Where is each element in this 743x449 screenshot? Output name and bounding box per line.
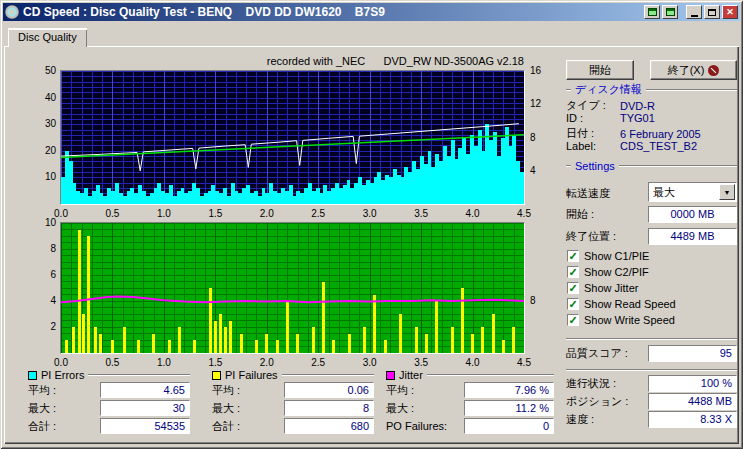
checkbox-show-c1-pie[interactable]: ✓ Show C1/PIE — [567, 250, 649, 262]
axis-tick-label: 8 — [530, 295, 536, 306]
close-icon: ✕ — [726, 8, 734, 17]
checkbox-label: Show Read Speed — [584, 298, 676, 310]
axis-tick-label: 30 — [45, 118, 56, 129]
progress-value: 100 % — [648, 375, 737, 392]
axis-tick-label: 20 — [45, 145, 56, 156]
checkbox-show-write-speed[interactable]: ✓ Show Write Speed — [567, 314, 675, 326]
axis-tick-label: 4.0 — [458, 208, 488, 219]
close-button[interactable]: ✕ — [722, 5, 738, 19]
axis-tick-label: 0.5 — [97, 357, 127, 368]
disc-type-row: タイプ : DVD-R — [566, 98, 737, 113]
maximize-icon — [708, 9, 716, 16]
disc-type-value: DVD-R — [620, 100, 655, 112]
pi-failures-max-value: 8 — [284, 400, 374, 416]
axis-tick-label: 3.5 — [406, 357, 436, 368]
checkbox-show-read-speed[interactable]: ✓ Show Read Speed — [567, 298, 676, 310]
stat-row: 合計 : 680 — [212, 417, 374, 435]
checkbox-box[interactable]: ✓ — [567, 314, 579, 326]
start-position-row: 開始 : 0000 MB — [566, 207, 737, 222]
pi-errors-left-axis: 5040302010 — [18, 70, 58, 205]
legend-label: PI Errors — [41, 369, 84, 381]
transfer-speed-select[interactable]: 最大 ▼ — [648, 182, 737, 202]
transfer-speed-value: 最大 — [649, 185, 718, 200]
axis-tick-label: 4.5 — [509, 208, 539, 219]
position-row: ポジション : 4488 MB — [566, 394, 737, 409]
disc-date-value: 6 February 2005 — [620, 128, 701, 140]
window-icon — [666, 8, 675, 16]
axis-tick-label: 2.5 — [303, 208, 333, 219]
pi-failures-total-value: 680 — [284, 418, 374, 434]
stat-label: PO Failures: — [386, 420, 447, 432]
divider — [282, 374, 374, 376]
save-tool-icon-button[interactable] — [662, 5, 678, 19]
pi-errors-x-axis: 0.00.51.01.52.02.53.03.54.04.5 — [61, 208, 524, 220]
legend-label: PI Failures — [225, 369, 278, 381]
pi-errors-max-value: 30 — [100, 400, 190, 416]
maximize-button[interactable] — [704, 5, 720, 19]
start-position-field[interactable]: 0000 MB — [648, 206, 737, 223]
app-icon — [5, 5, 19, 19]
axis-tick-label: 2.0 — [252, 208, 282, 219]
stat-row: PO Failures: 0 — [386, 417, 554, 435]
pi-failures-chart — [60, 222, 525, 354]
window-icon — [648, 8, 657, 16]
legend-group-jitter: Jitter 平均 : 7.96 % 最大 : 11.2 % PO Failur… — [386, 369, 554, 435]
checkbox-show-jitter[interactable]: ✓ Show Jitter — [567, 282, 638, 294]
stat-label: 平均 : — [28, 383, 56, 398]
field-label: 開始 : — [566, 207, 594, 222]
checkbox-box[interactable]: ✓ — [567, 282, 579, 294]
po-failures-value: 0 — [464, 418, 554, 434]
section-title: ディスク情報 — [575, 82, 642, 97]
checkbox-box[interactable]: ✓ — [567, 250, 579, 262]
checkbox-box[interactable]: ✓ — [567, 298, 579, 310]
stat-label: 最大 : — [28, 401, 56, 416]
axis-tick-label: 16 — [530, 65, 541, 76]
jitter-max-value: 11.2 % — [464, 400, 554, 416]
pi-errors-average-value: 4.65 — [100, 382, 190, 398]
checkbox-label: Show Write Speed — [584, 314, 675, 326]
checkbox-box[interactable]: ✓ — [567, 266, 579, 278]
axis-tick-label: 3.5 — [406, 208, 436, 219]
stat-row: 最大 : 11.2 % — [386, 399, 554, 417]
field-label: 終了位置 : — [566, 229, 616, 244]
axis-tick-label: 0.0 — [46, 357, 76, 368]
stat-row: 平均 : 7.96 % — [386, 381, 554, 399]
axis-tick-label: 1.0 — [149, 208, 179, 219]
stat-label: 平均 : — [212, 383, 240, 398]
minimize-button[interactable] — [686, 5, 702, 19]
titlebar[interactable]: CD Speed : Disc Quality Test - BENQ DVD … — [3, 3, 740, 21]
stat-row: 最大 : 30 — [28, 399, 190, 417]
divider — [88, 374, 190, 376]
field-label: 日付 : — [566, 126, 594, 141]
checkbox-label: Show Jitter — [584, 282, 638, 294]
combo-dropdown-button[interactable]: ▼ — [719, 184, 735, 200]
divider — [566, 338, 737, 340]
position-value: 4488 MB — [648, 393, 737, 410]
axis-tick-label: 50 — [45, 65, 56, 76]
checkbox-show-c2-pif[interactable]: ✓ Show C2/PIF — [567, 266, 649, 278]
tab-disc-quality[interactable]: Disc Quality — [8, 28, 87, 47]
field-label: 進行状況 : — [566, 376, 616, 391]
axis-tick-label: 4 — [50, 295, 56, 306]
pi-errors-chart — [60, 70, 525, 205]
jitter-swatch-icon — [386, 371, 395, 380]
speed-row: 速度 : 8.33 X — [566, 412, 737, 427]
start-button[interactable]: 開始 — [566, 60, 634, 80]
exit-icon — [708, 65, 719, 76]
disc-label-value: CDS_TEST_B2 — [620, 140, 697, 152]
end-position-field[interactable]: 4489 MB — [648, 228, 737, 245]
start-button-label: 開始 — [589, 63, 611, 78]
checkbox-label: Show C2/PIF — [584, 266, 649, 278]
field-label: タイプ : — [566, 98, 606, 113]
axis-tick-label: 3.0 — [355, 208, 385, 219]
axis-tick-label: 1.5 — [200, 208, 230, 219]
graph-tool-icon-button[interactable] — [644, 5, 660, 19]
stat-label: 合計 : — [28, 419, 56, 434]
check-icon: ✓ — [568, 315, 577, 325]
settings-header: Settings — [566, 160, 737, 172]
axis-tick-label: 1.0 — [149, 357, 179, 368]
legend-label: Jitter — [399, 369, 423, 381]
progress-row: 進行状況 : 100 % — [566, 376, 737, 391]
exit-button[interactable]: 終了(X) — [650, 60, 737, 80]
axis-tick-label: 1.5 — [200, 357, 230, 368]
